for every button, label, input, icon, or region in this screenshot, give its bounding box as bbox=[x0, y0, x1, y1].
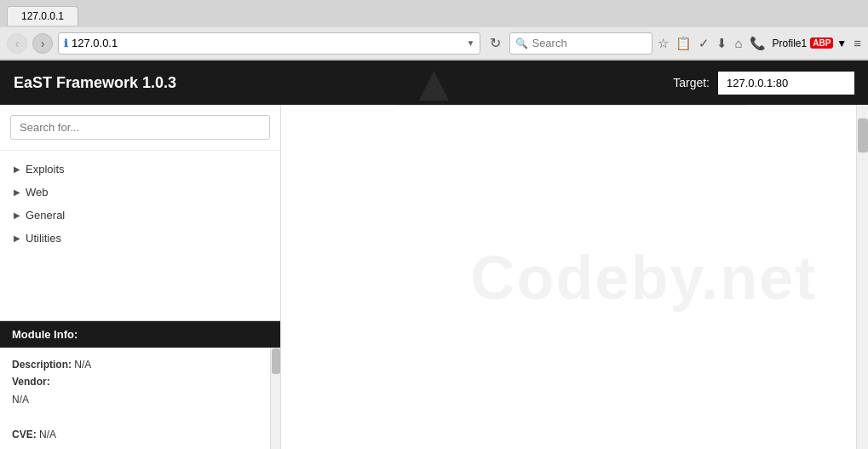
profile-dropdown-icon: ▼ bbox=[836, 37, 847, 49]
sidebar-item-web[interactable]: ▶ Web bbox=[0, 181, 280, 204]
sidebar-search-input[interactable] bbox=[10, 115, 270, 140]
browser-chrome: 127.0.0.1 ‹ › ℹ ▼ ↻ 🔍 ☆ 📋 ✓ ⬇ ⌂ 📞 bbox=[0, 0, 868, 60]
app-header: EaST Framework 1.0.3 ▲ Target: bbox=[0, 60, 868, 105]
browser-search-input[interactable] bbox=[532, 37, 675, 49]
sidebar-item-exploits-label: Exploits bbox=[26, 163, 65, 176]
target-area: Target: bbox=[673, 72, 854, 95]
back-icon: ‹ bbox=[15, 37, 20, 50]
description-label: Description: bbox=[12, 359, 72, 371]
sidebar-item-general[interactable]: ▶ General bbox=[0, 204, 280, 227]
cve-value: N/A bbox=[39, 429, 56, 440]
web-arrow-icon: ▶ bbox=[14, 187, 20, 197]
sidebar-item-general-label: General bbox=[26, 209, 65, 222]
bookmark-star-icon[interactable]: ☆ bbox=[658, 36, 669, 51]
profile-label: Profile1 bbox=[773, 37, 808, 49]
info-icon: ℹ bbox=[64, 37, 68, 49]
profile-phone-icon[interactable]: 📞 bbox=[750, 36, 766, 51]
forward-icon: › bbox=[41, 37, 45, 50]
utilities-arrow-icon: ▶ bbox=[14, 233, 20, 243]
module-info-title: Module Info: bbox=[12, 328, 78, 341]
reading-list-icon[interactable]: 📋 bbox=[675, 36, 692, 51]
watermark: Codeby.net bbox=[470, 243, 817, 313]
sidebar: ▶ Exploits ▶ Web ▶ General ▶ Utilities bbox=[0, 105, 281, 449]
back-button[interactable]: ‹ bbox=[7, 33, 27, 54]
browser-toolbar: ‹ › ℹ ▼ ↻ 🔍 ☆ 📋 ✓ ⬇ ⌂ 📞 Profile1 ABP bbox=[0, 27, 868, 60]
search-icon: 🔍 bbox=[515, 37, 528, 49]
module-cve-row: CVE: N/A bbox=[12, 426, 268, 443]
address-dropdown-button[interactable]: ▼ bbox=[467, 38, 475, 48]
content-divider bbox=[399, 105, 750, 106]
exploits-arrow-icon: ▶ bbox=[14, 164, 20, 174]
app-body: ▶ Exploits ▶ Web ▶ General ▶ Utilities bbox=[0, 105, 868, 449]
reload-button[interactable]: ↻ bbox=[486, 34, 504, 53]
pocket-icon[interactable]: ✓ bbox=[698, 36, 710, 51]
sidebar-item-exploits[interactable]: ▶ Exploits bbox=[0, 158, 280, 181]
main-scrollbar-thumb bbox=[858, 118, 868, 153]
menu-icon[interactable]: ≡ bbox=[854, 36, 861, 50]
sidebar-nav: ▶ Exploits ▶ Web ▶ General ▶ Utilities bbox=[0, 151, 280, 320]
sidebar-search-area bbox=[0, 105, 280, 151]
description-value: N/A bbox=[74, 359, 91, 371]
reload-icon: ↻ bbox=[490, 35, 501, 51]
target-input[interactable] bbox=[718, 72, 854, 95]
download-icon[interactable]: ⬇ bbox=[716, 36, 727, 51]
tab-bar: 127.0.0.1 bbox=[0, 0, 868, 27]
address-input[interactable] bbox=[72, 37, 463, 49]
app-title: EaST Framework 1.0.3 bbox=[14, 74, 176, 92]
module-info-scrollbar[interactable] bbox=[270, 348, 280, 449]
module-info-panel: Module Info: Description: N/A Vendor: N/… bbox=[0, 320, 280, 449]
abp-badge: ABP bbox=[810, 37, 833, 49]
browser-search-bar[interactable]: 🔍 bbox=[509, 32, 652, 55]
profile-button[interactable]: Profile1 ABP ▼ bbox=[773, 37, 848, 49]
main-scrollbar[interactable] bbox=[856, 105, 868, 449]
vendor-value: N/A bbox=[12, 394, 29, 406]
general-arrow-icon: ▶ bbox=[14, 210, 20, 220]
sidebar-item-web-label: Web bbox=[26, 186, 49, 199]
forward-button[interactable]: › bbox=[32, 33, 53, 54]
browser-tab[interactable]: 127.0.0.1 bbox=[7, 6, 78, 26]
app-content: EaST Framework 1.0.3 ▲ Target: ▶ Exploit… bbox=[0, 60, 868, 449]
sidebar-item-utilities-label: Utilities bbox=[26, 232, 61, 245]
module-description-row: Description: N/A bbox=[12, 356, 268, 373]
vendor-label: Vendor: bbox=[12, 376, 50, 388]
home-icon[interactable]: ⌂ bbox=[734, 36, 742, 50]
module-info-scrollbar-thumb bbox=[272, 348, 280, 374]
module-vendor-row: Vendor: N/A bbox=[12, 373, 268, 408]
module-info-header: Module Info: bbox=[0, 321, 280, 348]
toolbar-icons: ☆ 📋 ✓ ⬇ ⌂ 📞 Profile1 ABP ▼ ≡ bbox=[658, 36, 861, 51]
cve-label: CVE: bbox=[12, 429, 37, 440]
target-label: Target: bbox=[673, 76, 710, 89]
sidebar-item-utilities[interactable]: ▶ Utilities bbox=[0, 227, 280, 250]
main-content: Codeby.net bbox=[281, 105, 868, 449]
address-bar[interactable]: ℹ ▼ bbox=[58, 32, 480, 55]
module-info-body: Description: N/A Vendor: N/A CVE: N/A bbox=[0, 348, 280, 449]
